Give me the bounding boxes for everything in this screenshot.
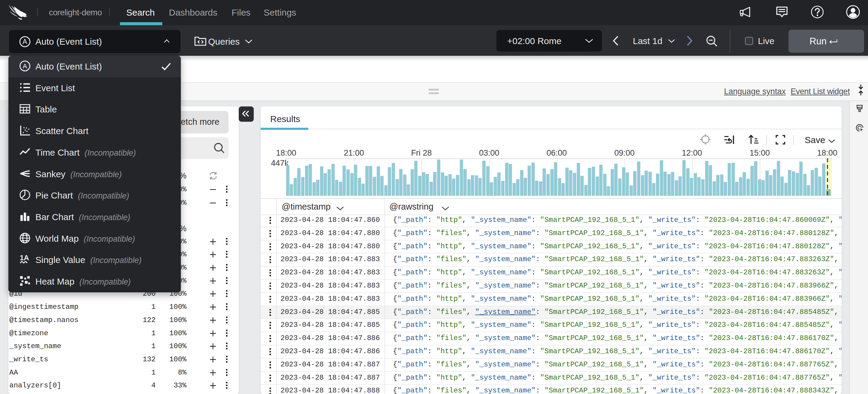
svg-text:A: A: [23, 62, 27, 70]
svg-text:1A: 1A: [20, 254, 29, 262]
svg-text:A: A: [23, 38, 27, 45]
